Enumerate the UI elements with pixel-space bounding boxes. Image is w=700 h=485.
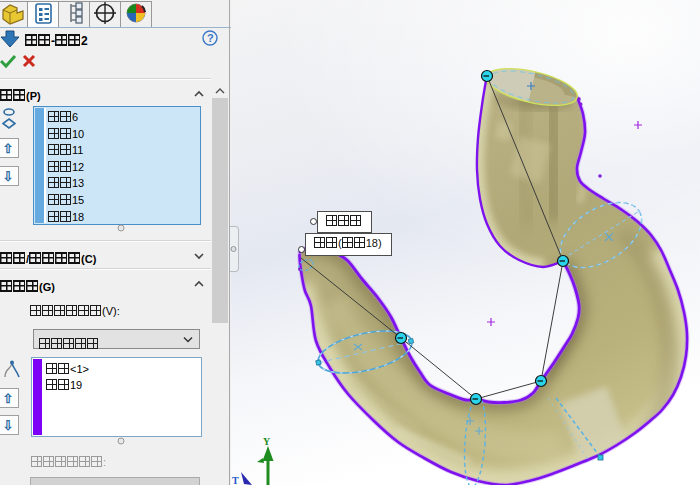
svg-text:Y: Y (263, 436, 271, 447)
svg-text:?: ? (207, 32, 214, 44)
svg-text:T: T (232, 475, 239, 485)
